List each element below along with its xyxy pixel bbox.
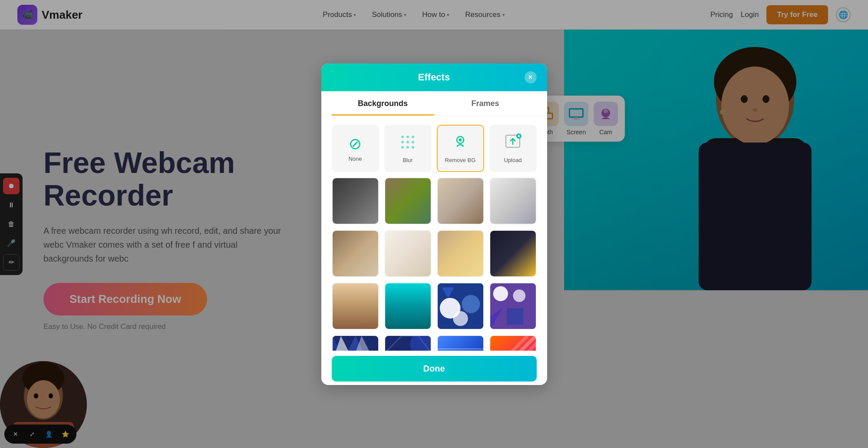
- bg-row-1: [332, 177, 537, 225]
- bg-swatch-abstract2: [490, 283, 536, 329]
- svg-rect-50: [507, 308, 523, 325]
- bg-swatch-abstract6: [490, 336, 536, 351]
- bg-swatch-room6: [385, 231, 431, 276]
- modal-title: Effects: [344, 72, 525, 83]
- tab-backgrounds[interactable]: Backgrounds: [332, 91, 434, 116]
- svg-point-44: [462, 295, 480, 313]
- effect-none[interactable]: ⊘ None: [332, 125, 379, 172]
- svg-point-33: [406, 146, 409, 149]
- bg-row-3: [332, 282, 537, 330]
- blur-label: Blur: [403, 157, 413, 163]
- blur-icon: [399, 133, 416, 154]
- remove-bg-label: Remove BG: [445, 157, 476, 163]
- bg-room6[interactable]: [384, 230, 432, 277]
- modal-body: ⊘ None: [321, 116, 547, 351]
- bg-swatch-room3: [438, 178, 483, 224]
- bg-swatch-abstract5: [438, 336, 483, 351]
- bg-abstract6[interactable]: [489, 335, 537, 351]
- effect-upload[interactable]: Upload: [489, 125, 537, 172]
- svg-point-48: [493, 286, 508, 301]
- effects-options-grid: ⊘ None: [332, 125, 537, 172]
- bg-swatch-room4: [490, 178, 536, 224]
- tab-frames[interactable]: Frames: [434, 91, 537, 116]
- modal-close-button[interactable]: ×: [525, 71, 537, 83]
- bg-abstract4[interactable]: [384, 335, 432, 351]
- bg-swatch-nature1: [333, 283, 378, 329]
- bg-room7[interactable]: [437, 230, 484, 277]
- none-label: None: [348, 156, 362, 162]
- bg-swatch-abstract4: [385, 336, 431, 351]
- bg-room1[interactable]: [332, 177, 379, 225]
- svg-point-26: [401, 136, 404, 138]
- svg-point-28: [412, 136, 414, 138]
- bg-swatch-abstract1: [438, 283, 483, 329]
- remove-bg-icon: [452, 133, 469, 154]
- svg-point-32: [401, 146, 404, 149]
- svg-point-49: [513, 289, 525, 302]
- bg-swatch-room5: [333, 231, 378, 276]
- bg-row-4: [332, 335, 537, 351]
- svg-point-45: [453, 311, 468, 325]
- upload-icon: [504, 133, 521, 154]
- bg-row-2: [332, 230, 537, 277]
- bg-swatch-room2: [385, 178, 431, 224]
- bg-abstract3[interactable]: [332, 335, 379, 351]
- upload-label: Upload: [504, 157, 521, 163]
- svg-point-27: [406, 136, 409, 138]
- svg-point-31: [412, 141, 414, 143]
- none-icon: ⊘: [349, 135, 362, 153]
- bg-room4[interactable]: [489, 177, 537, 225]
- done-button[interactable]: Done: [332, 356, 537, 382]
- bg-swatch-room7: [438, 231, 483, 276]
- bg-swatch-abstract3: [333, 336, 378, 351]
- bg-room2[interactable]: [384, 177, 432, 225]
- bg-abstract5[interactable]: [437, 335, 484, 351]
- svg-point-34: [412, 146, 414, 149]
- bg-room3[interactable]: [437, 177, 484, 225]
- effect-blur[interactable]: Blur: [384, 125, 432, 172]
- svg-point-30: [406, 141, 409, 143]
- effect-remove-bg[interactable]: Remove BG: [437, 125, 484, 172]
- svg-point-29: [401, 141, 404, 143]
- bg-swatch-nature2: [385, 283, 431, 329]
- bg-nature1[interactable]: [332, 282, 379, 330]
- modal-footer: Done: [321, 351, 547, 385]
- bg-abstract2[interactable]: [489, 282, 537, 330]
- modal-tabs: Backgrounds Frames: [321, 91, 547, 116]
- bg-room5[interactable]: [332, 230, 379, 277]
- modal-overlay[interactable]: Effects × Backgrounds Frames ⊘ None: [0, 0, 868, 448]
- bg-abstract1[interactable]: [437, 282, 484, 330]
- bg-room8[interactable]: [489, 230, 537, 277]
- bg-swatch-room1: [333, 178, 378, 224]
- bg-swatch-room8: [490, 231, 536, 276]
- svg-rect-62: [438, 348, 483, 349]
- modal-header: Effects ×: [321, 63, 547, 91]
- bg-nature2[interactable]: [384, 282, 432, 330]
- effects-modal: Effects × Backgrounds Frames ⊘ None: [321, 63, 547, 385]
- svg-point-36: [459, 138, 462, 141]
